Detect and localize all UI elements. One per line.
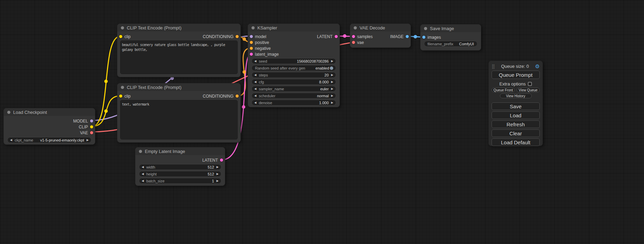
input-slot-images[interactable]: images [422,35,441,40]
node-titlebar[interactable]: CLIP Text Encode (Prompt) [117,83,240,91]
latent-output-port[interactable] [335,35,338,38]
input-slot-positive[interactable]: positive [250,40,269,45]
output-slot-model[interactable]: MODEL [73,119,93,124]
wire-midpoint-dot[interactable] [242,105,245,109]
increment-arrow-icon[interactable]: ▶ [217,164,219,170]
images-input-port[interactable] [422,36,425,39]
output-slot-image[interactable]: IMAGE [390,34,409,39]
decrement-arrow-icon[interactable]: ◀ [142,164,144,170]
panel-drag-handle-icon[interactable]: ⣿ [492,64,495,69]
increment-arrow-icon[interactable]: ▶ [331,58,333,64]
batch-size-number-widget[interactable]: ◀ batch_size 1 ▶ [139,178,221,184]
input-slot-vae[interactable]: vae [352,40,364,45]
conditioning-output-port[interactable] [236,35,239,38]
input-slot-clip[interactable]: clip [119,34,131,39]
random-seed-toggle-widget[interactable]: Random seed after every gen enabled [252,65,336,71]
clear-button[interactable]: Clear [492,129,540,137]
output-slot-conditioning[interactable]: CONDITIONING [203,34,239,39]
node-collapse-dot-icon[interactable] [354,26,357,29]
decrement-arrow-icon[interactable]: ◀ [254,93,256,99]
prompt-textarea[interactable]: beautiful scenery nature glass bottle la… [120,40,238,74]
decrement-arrow-icon[interactable]: ◀ [254,100,256,106]
view-queue-button[interactable]: View Queue [517,88,540,92]
image-output-port[interactable] [406,35,409,38]
decrement-arrow-icon[interactable]: ◀ [254,58,256,64]
increment-arrow-icon[interactable]: ▶ [87,137,89,143]
decrement-arrow-icon[interactable]: ◀ [254,86,256,92]
seed-number-widget[interactable]: ◀ seed 156680208700286 ▶ [252,58,336,64]
node-load-checkpoint[interactable]: Load Checkpoint MODEL CLIP VAE [3,108,95,145]
input-slot-latent-image[interactable]: latent_image [250,52,279,57]
wire-midpoint-dot[interactable] [104,80,108,83]
input-slot-model[interactable]: model [250,34,266,39]
negative-input-port[interactable] [250,47,253,50]
increment-arrow-icon[interactable]: ▶ [331,72,333,78]
clip-input-port[interactable] [119,94,122,98]
latent-image-input-port[interactable] [250,53,253,56]
node-collapse-dot-icon[interactable] [121,26,124,29]
increment-arrow-icon[interactable]: ▶ [217,171,219,177]
output-slot-clip[interactable]: CLIP [79,125,93,129]
node-collapse-dot-icon[interactable] [121,86,124,89]
input-slot-negative[interactable]: negative [250,46,271,51]
node-vae-decode[interactable]: VAE Decode samples IMAGE vae [350,24,411,48]
queue-panel[interactable]: ⣿ Queue size: 0 ⚙ Queue Prompt Extra opt… [488,61,543,146]
queue-prompt-button[interactable]: Queue Prompt [492,71,540,79]
increment-arrow-icon[interactable]: ▶ [217,178,219,184]
input-slot-clip[interactable]: clip [119,94,131,99]
vae-output-port[interactable] [90,131,93,134]
clip-input-port[interactable] [119,35,122,38]
load-button[interactable]: Load [492,111,540,119]
filename-prefix-text-widget[interactable]: filename_prefix ComfyUI [424,41,477,47]
node-collapse-dot-icon[interactable] [252,26,255,29]
sampler-name-combo-widget[interactable]: ◀ sampler_name euler ▶ [252,86,336,92]
denoise-number-widget[interactable]: ◀ denoise 1.000 ▶ [252,100,336,106]
node-collapse-dot-icon[interactable] [139,150,142,153]
node-titlebar[interactable]: Empty Latent Image [135,147,225,155]
steps-number-widget[interactable]: ◀ steps 20 ▶ [252,72,336,78]
node-collapse-dot-icon[interactable] [424,27,427,30]
increment-arrow-icon[interactable]: ▶ [331,100,333,106]
node-titlebar[interactable]: KSampler [248,24,339,31]
node-titlebar[interactable]: Load Checkpoint [4,108,95,116]
output-slot-vae[interactable]: VAE [80,130,93,135]
wire-midpoint-dot[interactable] [104,109,108,113]
wire-midpoint-dot[interactable] [414,35,417,38]
node-graph-canvas[interactable]: Load Checkpoint MODEL CLIP VAE [0,0,644,244]
height-number-widget[interactable]: ◀ height 512 ▶ [139,171,221,177]
ckpt-name-combo-widget[interactable]: ◀ ckpt_name v1-5-pruned-emaonly.ckpt ▶ [7,137,91,143]
cfg-number-widget[interactable]: ◀ cfg 8.000 ▶ [252,79,336,85]
node-titlebar[interactable]: CLIP Text Encode (Prompt) [117,24,240,31]
decrement-arrow-icon[interactable]: ◀ [254,79,256,85]
save-button[interactable]: Save [492,102,540,110]
node-collapse-dot-icon[interactable] [7,111,10,114]
wire-midpoint-dot[interactable] [343,34,346,38]
node-clip-text-encode-positive[interactable]: CLIP Text Encode (Prompt) clip CONDITION… [117,24,241,77]
load-default-button[interactable]: Load Default [492,138,540,146]
extra-options-checkbox[interactable] [528,82,532,86]
increment-arrow-icon[interactable]: ▶ [331,86,333,92]
node-ksampler[interactable]: KSampler model LATENT positive [248,24,340,107]
node-empty-latent-image[interactable]: Empty Latent Image LATENT ◀ width 512 ▶ … [135,147,225,186]
decrement-arrow-icon[interactable]: ◀ [142,178,144,184]
model-output-port[interactable] [90,119,93,123]
node-save-image[interactable]: Save Image images filename_prefix ComfyU… [420,24,481,51]
queue-front-button[interactable]: Queue Front [492,88,515,92]
wire-midpoint-dot[interactable] [242,70,246,74]
increment-arrow-icon[interactable]: ▶ [331,93,333,99]
settings-gear-icon[interactable]: ⚙ [535,64,540,69]
decrement-arrow-icon[interactable]: ◀ [254,72,256,78]
toggle-on-indicator[interactable] [330,66,333,70]
view-history-button[interactable]: View History [500,93,532,98]
refresh-button[interactable]: Refresh [492,120,540,128]
samples-input-port[interactable] [352,35,355,38]
positive-input-port[interactable] [250,41,253,44]
decrement-arrow-icon[interactable]: ◀ [142,171,144,177]
latent-output-port[interactable] [220,159,223,162]
model-input-port[interactable] [250,35,253,38]
node-titlebar[interactable]: VAE Decode [350,24,411,31]
node-titlebar[interactable]: Save Image [421,25,481,32]
wire-midpoint-dot[interactable] [242,37,246,41]
increment-arrow-icon[interactable]: ▶ [331,79,333,85]
decrement-arrow-icon[interactable]: ◀ [10,137,12,143]
